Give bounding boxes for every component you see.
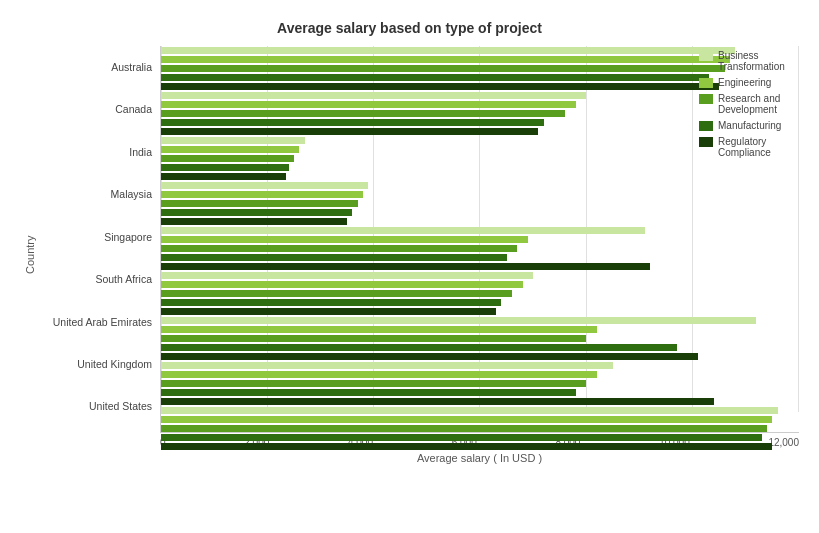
bar xyxy=(161,425,767,432)
legend-item: Regulatory Compliance xyxy=(699,136,809,158)
bar xyxy=(161,335,586,342)
bar xyxy=(161,155,294,162)
y-country-label: India xyxy=(129,146,152,159)
bar-row xyxy=(161,398,799,405)
legend-item: Engineering xyxy=(699,77,809,88)
legend-label: Regulatory Compliance xyxy=(718,136,809,158)
bar xyxy=(161,128,538,135)
bar xyxy=(161,92,586,99)
bar xyxy=(161,110,565,117)
legend-item: Research and Development xyxy=(699,93,809,115)
chart-container: Average salary based on type of project … xyxy=(0,0,819,533)
bar xyxy=(161,380,586,387)
bar xyxy=(161,281,523,288)
country-group xyxy=(161,361,799,406)
bar xyxy=(161,56,730,63)
bar-row xyxy=(161,389,799,396)
bar xyxy=(161,146,299,153)
bar-row xyxy=(161,335,799,342)
bar xyxy=(161,362,613,369)
y-country-label: United Kingdom xyxy=(77,358,152,371)
bar-row xyxy=(161,200,799,207)
y-country-label: South Africa xyxy=(95,273,152,286)
bar xyxy=(161,389,576,396)
bar-row xyxy=(161,371,799,378)
bar xyxy=(161,137,305,144)
bar-row xyxy=(161,218,799,225)
legend-label: Business Transformation xyxy=(718,50,809,72)
y-country-label: Canada xyxy=(115,103,152,116)
bar xyxy=(161,209,352,216)
bar xyxy=(161,65,725,72)
bar xyxy=(161,371,597,378)
bar-row xyxy=(161,326,799,333)
legend-color-box xyxy=(699,94,713,104)
x-axis-title: Average salary ( In USD ) xyxy=(40,452,799,464)
bar xyxy=(161,173,286,180)
bar xyxy=(161,407,778,414)
y-country-label: Australia xyxy=(111,61,152,74)
bar-row xyxy=(161,182,799,189)
bar xyxy=(161,326,597,333)
legend-item: Manufacturing xyxy=(699,120,809,131)
y-country-label: United States xyxy=(89,400,152,413)
bar xyxy=(161,254,507,261)
bar-row xyxy=(161,443,799,450)
bar-row xyxy=(161,344,799,351)
bar-row xyxy=(161,272,799,279)
bar-row xyxy=(161,191,799,198)
y-country-label: Malaysia xyxy=(111,188,152,201)
bar xyxy=(161,191,363,198)
legend-label: Research and Development xyxy=(718,93,809,115)
bar-row xyxy=(161,380,799,387)
bar xyxy=(161,245,517,252)
bar xyxy=(161,200,358,207)
bar-row xyxy=(161,434,799,441)
bar xyxy=(161,290,512,297)
country-group xyxy=(161,406,799,451)
bar-row xyxy=(161,164,799,171)
bar xyxy=(161,101,576,108)
legend-color-box xyxy=(699,121,713,131)
legend-color-box xyxy=(699,137,713,147)
bar xyxy=(161,74,709,81)
bar-row xyxy=(161,263,799,270)
bar xyxy=(161,398,714,405)
bar-row xyxy=(161,353,799,360)
bar xyxy=(161,227,645,234)
legend-item: Business Transformation xyxy=(699,50,809,72)
bar xyxy=(161,47,735,54)
bar-row xyxy=(161,254,799,261)
bar-row xyxy=(161,245,799,252)
legend-label: Engineering xyxy=(718,77,771,88)
legend-label: Manufacturing xyxy=(718,120,781,131)
legend: Business TransformationEngineeringResear… xyxy=(699,50,809,158)
chart-title: Average salary based on type of project xyxy=(20,20,799,36)
bar xyxy=(161,344,677,351)
bar-row xyxy=(161,425,799,432)
bar xyxy=(161,164,289,171)
country-group xyxy=(161,316,799,361)
bar-row xyxy=(161,173,799,180)
bar xyxy=(161,353,698,360)
bar xyxy=(161,308,496,315)
bar xyxy=(161,317,756,324)
bar-row xyxy=(161,407,799,414)
bar-row xyxy=(161,236,799,243)
bar xyxy=(161,416,772,423)
bar xyxy=(161,182,368,189)
bar-row xyxy=(161,317,799,324)
bar xyxy=(161,236,528,243)
bar xyxy=(161,119,544,126)
bar xyxy=(161,218,347,225)
legend-color-box xyxy=(699,51,713,61)
y-labels: AustraliaCanadaIndiaMalaysiaSingaporeSou… xyxy=(40,46,160,448)
country-group xyxy=(161,181,799,226)
bar-row xyxy=(161,299,799,306)
bar-row xyxy=(161,281,799,288)
country-group xyxy=(161,226,799,271)
bar xyxy=(161,263,650,270)
y-country-label: United Arab Emirates xyxy=(53,316,152,329)
bar-row xyxy=(161,416,799,423)
bar-row xyxy=(161,362,799,369)
